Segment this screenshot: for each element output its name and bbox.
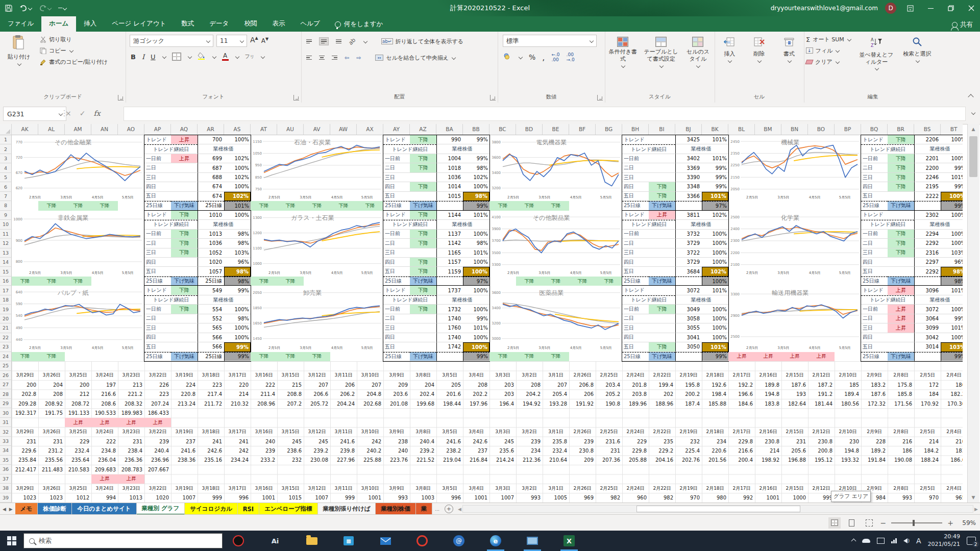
chart-cell[interactable]: 38003600340032002月5日3月5日4月5日5月5日電気機器業 [489, 135, 622, 201]
date-cell[interactable]: 3月11日 [330, 371, 357, 380]
increase-decimal-icon[interactable]: ←.0.00 [551, 52, 559, 62]
date-cell[interactable]: 3月2日 [516, 427, 543, 436]
value-cell[interactable]: 207.2 [277, 399, 304, 408]
chart-cell[interactable]: 3300290025002月5日3月5日4月5日5月5日輸送用機器業 [728, 286, 861, 352]
ribbon-tab-数式[interactable]: 数式 [174, 16, 202, 32]
value-cell[interactable]: 181.44 [808, 399, 835, 408]
date-cell[interactable]: 2月22日 [649, 484, 675, 493]
value-cell[interactable]: 205 [436, 380, 463, 389]
value-cell[interactable]: 184.6 [728, 399, 755, 408]
value-cell[interactable]: 231 [12, 437, 38, 446]
date-cell[interactable]: 2月8日 [888, 371, 914, 380]
grow-font-icon[interactable]: A▲ [250, 35, 258, 47]
trend-signal-cell[interactable]: 下降 [38, 277, 65, 286]
row-header-11[interactable]: 11 [0, 230, 12, 239]
value-cell[interactable]: 208.32 [118, 399, 144, 408]
decrease-decimal-icon[interactable]: .00→.0 [567, 52, 575, 62]
value-cell[interactable]: 207 [304, 380, 330, 389]
name-box[interactable]: G231 [3, 107, 66, 121]
value-cell[interactable]: 1001 [251, 493, 277, 503]
value-cell[interactable]: 221.52 [410, 456, 436, 465]
trend-signal-cell[interactable]: 下降 [38, 201, 65, 210]
value-cell[interactable]: 223 [144, 389, 171, 398]
value-cell[interactable]: 204.2 [516, 389, 543, 398]
value-cell[interactable]: 232 [277, 456, 304, 465]
collapse-ribbon-icon[interactable] [968, 94, 973, 99]
value-cell[interactable]: 209.683 [91, 465, 118, 474]
column-header-BQ[interactable]: BQ [861, 124, 888, 135]
value-cell[interactable]: 185.8 [888, 389, 914, 398]
cancel-icon[interactable]: × [65, 109, 71, 117]
chart-卸売業[interactable]: 20501850165014502月5日3月5日4月5日5月5日卸売業 [251, 286, 382, 350]
phonetic-icon[interactable]: フリ [245, 53, 254, 60]
value-cell[interactable]: 999 [330, 493, 357, 503]
date-cell[interactable]: 2月24日 [622, 427, 649, 436]
taskbar-icon-opera-gx[interactable] [231, 533, 246, 548]
value-cell[interactable]: 201.56 [702, 456, 728, 465]
value-cell[interactable]: 203 [489, 380, 516, 389]
row-header-38[interactable]: 38 [0, 484, 12, 493]
value-cell[interactable]: 171.56 [888, 399, 914, 408]
value-cell[interactable]: 170.36 [941, 399, 963, 408]
value-cell[interactable]: 197 [91, 380, 118, 389]
value-cell[interactable]: 223 [198, 380, 224, 389]
value-cell[interactable]: 204.8 [357, 389, 383, 398]
row-header-7[interactable]: 7 [0, 192, 12, 201]
value-cell[interactable]: 234 [702, 437, 728, 446]
row-header-8[interactable]: 8 [0, 201, 12, 210]
font-color-icon[interactable]: A [222, 53, 229, 60]
value-cell[interactable]: 202.2 [463, 389, 489, 398]
date-cell[interactable]: 3月8日 [410, 484, 436, 493]
column-header-BK[interactable]: BK [702, 124, 728, 135]
value-cell[interactable]: 204 [410, 380, 436, 389]
chart-cell[interactable]: 115010509508507502月5日3月5日4月5日5月5日石油・石炭業 [251, 135, 383, 201]
row-header-36[interactable]: 36 [0, 465, 12, 474]
column-header-AX[interactable]: AX [357, 124, 383, 135]
value-cell[interactable]: 207 [357, 380, 383, 389]
value-cell[interactable]: 198.92 [755, 456, 781, 465]
value-cell[interactable]: 192.6 [702, 380, 728, 389]
value-cell[interactable]: 200.2 [675, 389, 702, 398]
value-cell[interactable]: 235.56 [38, 456, 65, 465]
trend-signal-cell[interactable]: 下降 [65, 201, 91, 210]
row-header-23[interactable]: 23 [0, 342, 12, 352]
value-cell[interactable]: 226 [144, 380, 171, 389]
value-cell[interactable]: 231 [38, 437, 65, 446]
value-cell[interactable]: 239 [569, 437, 596, 446]
trend-signal-cell[interactable]: 下降 [516, 277, 543, 286]
chart-ガラス・土石業[interactable]: 13001200110010002月5日3月5日4月5日5月5日ガラス・土石業 [251, 211, 382, 276]
value-cell[interactable]: 187.4 [675, 399, 702, 408]
trend-signal-cell[interactable]: 下降 [277, 277, 304, 286]
value-cell[interactable]: 212.417 [12, 465, 38, 474]
value-cell[interactable]: 238.2 [436, 446, 463, 455]
sheet-next-icon[interactable]: ▶ [9, 507, 13, 512]
value-cell[interactable]: 189.983 [118, 408, 144, 417]
date-cell[interactable]: 2月5日 [914, 427, 941, 436]
column-header-BT[interactable]: BT [941, 124, 963, 135]
value-cell[interactable]: 996 [224, 493, 251, 503]
date-cell[interactable]: 3月29日 [12, 484, 38, 493]
date-cell[interactable]: 3月5日 [436, 484, 463, 493]
value-cell[interactable]: 224 [171, 380, 198, 389]
date-cell[interactable]: 3月17日 [224, 484, 251, 493]
value-cell[interactable]: 213 [118, 380, 144, 389]
row-header-34[interactable]: 34 [0, 446, 12, 455]
value-cell[interactable]: 1007 [304, 493, 330, 503]
format-as-table-button[interactable]: テーブルとして書式設定 [641, 34, 681, 68]
value-cell[interactable]: 223.76 [383, 456, 410, 465]
value-cell[interactable]: 211.72 [198, 399, 224, 408]
hscroll-right-icon[interactable]: ▶ [974, 507, 978, 512]
value-cell[interactable]: 205.72 [304, 399, 330, 408]
value-cell[interactable]: 187.6 [861, 389, 888, 398]
date-cell[interactable]: 3月9日 [383, 484, 410, 493]
value-cell[interactable]: 191.75 [38, 408, 65, 417]
align-middle-icon[interactable] [319, 37, 329, 46]
trend-signal-cell[interactable]: 下降 [38, 352, 65, 361]
borders-icon[interactable] [172, 53, 181, 61]
date-cell[interactable]: 3月25日 [65, 427, 91, 436]
value-cell[interactable]: 201.08 [383, 399, 410, 408]
date-cell[interactable]: 3月2日 [516, 371, 543, 380]
column-header-AP[interactable]: AP [144, 124, 171, 135]
volume-icon[interactable]: ) [903, 538, 910, 543]
value-cell[interactable]: 189.2 [861, 446, 888, 455]
